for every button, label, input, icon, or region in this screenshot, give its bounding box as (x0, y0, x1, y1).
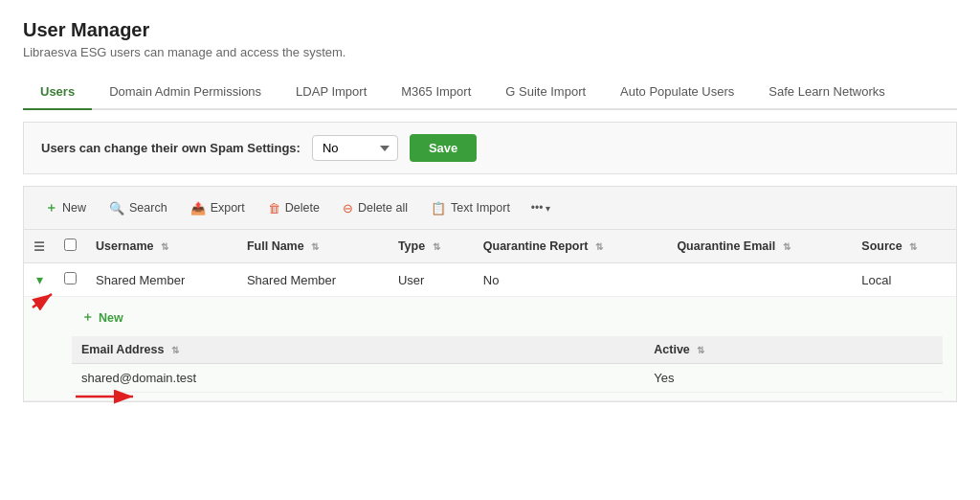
spam-settings-select[interactable]: No Yes (312, 135, 398, 161)
cell-fullname: Shared Member (237, 263, 389, 297)
tab-gsuite[interactable]: G Suite Import (488, 75, 603, 110)
col-source: Source ⇅ (852, 230, 956, 263)
sort-qr-icon[interactable]: ⇅ (595, 241, 603, 252)
sub-new-button[interactable]: ＋ New (72, 305, 133, 330)
sub-new-label: New (99, 311, 123, 325)
plus-icon: ＋ (45, 199, 57, 216)
col-list-icon: ☰ (24, 230, 55, 263)
delete-icon: 🗑 (268, 201, 280, 216)
tab-domain-admin[interactable]: Domain Admin Permissions (92, 75, 278, 110)
sub-col-active: Active ⇅ (644, 336, 943, 364)
col-username: Username ⇅ (86, 230, 237, 263)
list-icon: ☰ (33, 240, 45, 254)
spam-settings-label: Users can change their own Spam Settings… (41, 141, 301, 155)
export-button[interactable]: 📤 Export (181, 196, 255, 220)
users-table: ☰ Username ⇅ Full Name ⇅ (23, 229, 957, 402)
sort-email-icon[interactable]: ⇅ (171, 345, 179, 355)
page-title: User Manager (23, 19, 957, 41)
delete-all-icon: ⊖ (343, 201, 353, 216)
sort-type-icon[interactable]: ⇅ (433, 241, 440, 252)
cell-quarantine-email (667, 263, 852, 297)
cell-username: Shared Member (86, 263, 237, 297)
save-button[interactable]: Save (410, 134, 477, 162)
search-button[interactable]: 🔍 Search (100, 196, 177, 220)
more-button[interactable]: ••• ▾ (523, 196, 559, 219)
sub-table-row: shared@domain.test Yes (72, 364, 943, 393)
tab-m365[interactable]: M365 Import (384, 75, 488, 110)
col-fullname: Full Name ⇅ (237, 230, 389, 263)
tab-ldap[interactable]: LDAP Import (278, 75, 384, 110)
tab-safe-learn[interactable]: Safe Learn Networks (751, 75, 902, 110)
sort-qe-icon[interactable]: ⇅ (783, 241, 791, 252)
page-subtitle: Libraesva ESG users can manage and acces… (23, 45, 957, 59)
search-icon: 🔍 (109, 201, 124, 216)
delete-all-label: Delete all (358, 201, 408, 215)
new-label: New (62, 201, 86, 215)
col-quarantine-report: Quarantine Report ⇅ (474, 230, 668, 263)
table-row: ▾ Shared Member Shared Member User No Lo… (24, 263, 956, 297)
cell-quarantine-report: No (474, 263, 668, 297)
sort-source-icon[interactable]: ⇅ (909, 241, 917, 252)
col-quarantine-email: Quarantine Email ⇅ (667, 230, 852, 263)
email-sub-table: Email Address ⇅ Active ⇅ (72, 336, 943, 393)
sub-plus-icon: ＋ (81, 309, 94, 326)
more-dots: ••• (531, 201, 544, 215)
text-import-label: Text Import (451, 201, 510, 215)
export-icon: 📤 (190, 201, 206, 216)
sort-fullname-icon[interactable]: ⇅ (311, 241, 319, 252)
more-chevron-icon: ▾ (546, 203, 550, 214)
sort-active-icon[interactable]: ⇅ (697, 345, 704, 355)
row-expand-chevron[interactable]: ▾ (36, 272, 43, 287)
sub-col-email: Email Address ⇅ (72, 336, 644, 364)
export-label: Export (211, 201, 245, 215)
settings-bar: Users can change their own Spam Settings… (23, 122, 957, 174)
sort-username-icon[interactable]: ⇅ (161, 241, 168, 252)
sub-cell-active: Yes (644, 364, 943, 393)
table-toolbar: ＋ New 🔍 Search 📤 Export 🗑 Delete ⊖ Delet… (23, 186, 957, 229)
tab-auto-populate[interactable]: Auto Populate Users (603, 75, 751, 110)
delete-button[interactable]: 🗑 Delete (258, 196, 329, 220)
text-import-button[interactable]: 📋 Text Import (421, 196, 520, 220)
cell-source: Local (852, 263, 956, 297)
row-checkbox[interactable] (64, 272, 77, 284)
col-checkbox-header (55, 230, 86, 263)
text-import-icon: 📋 (431, 201, 446, 216)
delete-label: Delete (285, 201, 320, 215)
new-button[interactable]: ＋ New (35, 194, 96, 221)
expanded-row: ＋ New Email Address (24, 297, 956, 401)
search-label: Search (129, 201, 167, 215)
cell-type: User (389, 263, 474, 297)
sub-cell-email: shared@domain.test (72, 364, 644, 393)
delete-all-button[interactable]: ⊖ Delete all (333, 196, 417, 220)
tab-users[interactable]: Users (23, 75, 92, 110)
col-type: Type ⇅ (389, 230, 474, 263)
tabs-nav: Users Domain Admin Permissions LDAP Impo… (23, 75, 957, 110)
select-all-checkbox[interactable] (64, 239, 77, 251)
